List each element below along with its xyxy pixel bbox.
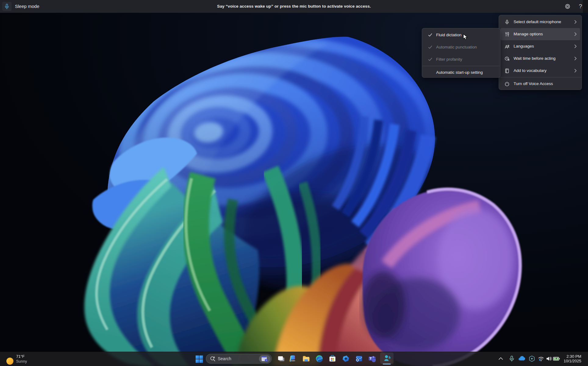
svg-text:M365: M365 (291, 360, 295, 362)
